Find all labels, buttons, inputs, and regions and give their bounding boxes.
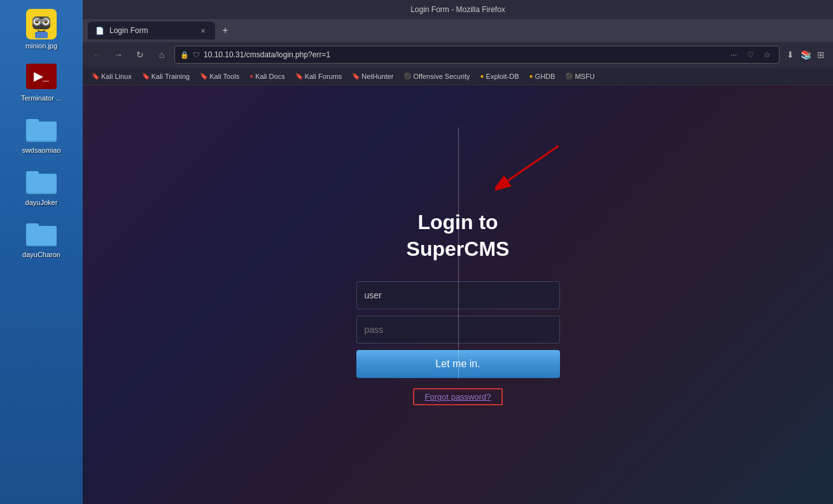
folder-swdsaomiao-icon	[26, 113, 57, 144]
minion-icon	[26, 9, 57, 39]
browser-tab[interactable]: 📄 Login Form ✕	[88, 22, 215, 39]
tab-close-button[interactable]: ✕	[199, 26, 207, 35]
bookmark-kali-docs-label: Kali Docs	[255, 73, 284, 80]
nav-extra-buttons: ⬇ 📚 ⊞	[783, 48, 828, 62]
bookmark-kali-linux[interactable]: 🔖 Kali Linux	[88, 71, 136, 81]
bookmark-kali-training-icon: 🔖	[142, 73, 150, 80]
address-actions: ··· ♡ ☆	[727, 48, 774, 62]
back-button[interactable]: ←	[88, 46, 106, 64]
new-tab-button[interactable]: +	[218, 23, 233, 38]
bookmark-offensive-security-label: Offensive Security	[413, 73, 470, 80]
bookmark-kali-tools[interactable]: 🔖 Kali Tools	[196, 71, 243, 81]
minion-label: minion.jpg	[25, 42, 57, 50]
bookmark-nethunter-icon: 🔖	[352, 73, 360, 80]
bookmark-exploit-db[interactable]: ● Exploit-DB	[477, 71, 523, 81]
library-button[interactable]: 📚	[799, 48, 813, 62]
bookmark-ghdb[interactable]: ● GHDB	[526, 71, 559, 81]
divider-line	[458, 127, 459, 379]
tab-label: Login Form	[109, 26, 193, 35]
terminator-icon: ▶_	[26, 61, 57, 92]
nav-bar: ← → ↻ ⌂ 🔒 🛡 10.10.10.31/cmsdata/login.ph…	[83, 42, 833, 67]
svg-rect-13	[26, 122, 57, 141]
shield-icon: 🛡	[193, 51, 200, 59]
desktop-icon-dayucharon[interactable]: dayuCharon	[10, 215, 73, 261]
bookmark-exploit-db-icon: ●	[480, 73, 484, 80]
bookmark-kali-linux-label: Kali Linux	[101, 73, 132, 80]
desktop-icon-terminator[interactable]: ▶_ Terminator ...	[10, 59, 73, 104]
reload-button[interactable]: ↻	[131, 46, 149, 64]
tab-favicon: 📄	[95, 27, 104, 35]
svg-line-21	[508, 146, 559, 181]
bookmark-button[interactable]: ☆	[760, 48, 774, 62]
desktop-icon-dayujoker[interactable]: dayuJoker	[10, 163, 73, 209]
bookmark-nethunter[interactable]: 🔖 NetHunter	[348, 71, 397, 81]
terminator-label: Terminator ...	[21, 94, 62, 102]
page-content: Login to SuperCMS Let me in. Forgot pass…	[83, 85, 833, 504]
desktop-icon-minion[interactable]: minion.jpg	[10, 6, 73, 52]
more-options-button[interactable]: ···	[727, 48, 741, 62]
dayucharon-label: dayuCharon	[22, 251, 60, 258]
bookmark-kali-tools-icon: 🔖	[200, 73, 207, 80]
red-arrow-annotation	[495, 143, 571, 193]
svg-rect-9	[35, 19, 48, 22]
bookmark-kali-tools-label: Kali Tools	[209, 73, 239, 80]
svg-rect-19	[26, 226, 57, 245]
dayujoker-label: dayuJoker	[25, 199, 58, 206]
bookmarks-bar: 🔖 Kali Linux 🔖 Kali Training 🔖 Kali Tool…	[83, 67, 833, 85]
forgot-password-label: Forgot password?	[424, 392, 491, 402]
svg-rect-10	[35, 32, 48, 38]
browser-window: Login Form - Mozilla Firefox 📄 Login For…	[83, 0, 833, 504]
folder-dayujoker-icon	[26, 165, 57, 196]
bookmark-offensive-security-icon: ⚫	[403, 73, 411, 80]
browser-title: Login Form - Mozilla Firefox	[410, 5, 505, 14]
desktop-sidebar: minion.jpg ▶_ Terminator ... swdsaomiao	[0, 0, 83, 504]
bookmark-offensive-security[interactable]: ⚫ Offensive Security	[400, 71, 473, 81]
bookmark-msfu[interactable]: ⚫ MSFU	[561, 71, 598, 81]
bookmark-ghdb-icon: ●	[529, 73, 533, 80]
folder-dayucharon-icon	[26, 218, 57, 248]
swdsaomiao-label: swdsaomiao	[22, 146, 60, 154]
tab-bar: 📄 Login Form ✕ +	[83, 19, 833, 42]
svg-rect-16	[26, 174, 57, 193]
forgot-password-link[interactable]: Forgot password?	[413, 388, 502, 405]
sidebar-toggle-button[interactable]: ⊞	[814, 48, 828, 62]
bookmark-kali-forums-icon: 🔖	[295, 73, 303, 80]
bookmark-msfu-label: MSFU	[575, 73, 594, 80]
bookmark-kali-forums-label: Kali Forums	[305, 73, 342, 80]
title-bar: Login Form - Mozilla Firefox	[83, 0, 833, 19]
bookmark-exploit-db-label: Exploit-DB	[486, 73, 519, 80]
bookmark-ghdb-label: GHDB	[535, 73, 556, 80]
home-button[interactable]: ⌂	[153, 46, 171, 64]
download-button[interactable]: ⬇	[783, 48, 797, 62]
desktop-icon-swdsaomiao[interactable]: swdsaomiao	[10, 111, 73, 157]
url-text: 10.10.10.31/cmsdata/login.php?err=1	[204, 50, 723, 59]
bookmark-nethunter-label: NetHunter	[361, 73, 393, 80]
pocket-button[interactable]: ♡	[743, 48, 757, 62]
bookmark-kali-docs[interactable]: ● Kali Docs	[246, 71, 289, 81]
bookmark-kali-forums[interactable]: 🔖 Kali Forums	[291, 71, 346, 81]
bookmark-msfu-icon: ⚫	[565, 73, 573, 80]
bookmark-kali-training[interactable]: 🔖 Kali Training	[138, 71, 194, 81]
bookmark-kali-docs-icon: ●	[249, 73, 253, 80]
bookmark-kali-training-label: Kali Training	[151, 73, 190, 80]
bookmark-kali-linux-icon: 🔖	[92, 73, 99, 80]
forward-button[interactable]: →	[109, 46, 127, 64]
secure-icon: 🔒	[180, 51, 189, 59]
address-bar[interactable]: 🔒 🛡 10.10.10.31/cmsdata/login.php?err=1 …	[174, 46, 780, 64]
